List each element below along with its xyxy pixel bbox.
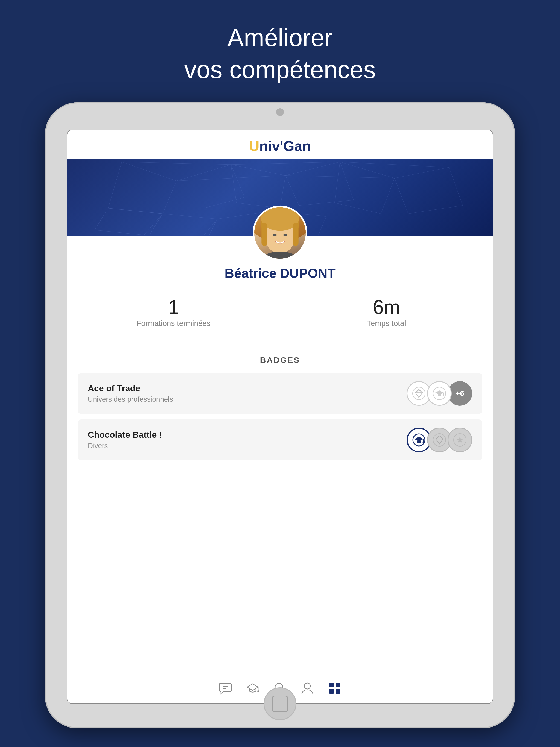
stat-formations-label: Formations terminées bbox=[67, 319, 280, 328]
badge-coin-star-grey bbox=[448, 428, 472, 452]
svg-rect-48 bbox=[329, 683, 334, 687]
svg-marker-0 bbox=[108, 162, 176, 214]
svg-line-13 bbox=[176, 176, 285, 181]
avatar-svg bbox=[254, 207, 306, 259]
tablet-shell: Univ'Gan bbox=[45, 102, 515, 728]
svg-marker-42 bbox=[247, 684, 258, 690]
stat-formations-value: 1 bbox=[67, 297, 280, 317]
badge-name-ace: Ace of Trade bbox=[88, 383, 173, 393]
svg-marker-3 bbox=[285, 162, 354, 206]
stat-time: 6m Temps total bbox=[280, 292, 493, 333]
user-avatar bbox=[253, 206, 307, 260]
tablet-home-button[interactable] bbox=[263, 687, 297, 720]
app-logo: Univ'Gan bbox=[67, 138, 493, 154]
svg-point-21 bbox=[283, 234, 287, 236]
nav-item-learning[interactable] bbox=[239, 679, 266, 698]
stat-formations: 1 Formations terminées bbox=[67, 292, 280, 333]
svg-marker-32 bbox=[414, 437, 423, 442]
nav-item-grid[interactable] bbox=[321, 679, 348, 698]
nav-item-profile[interactable] bbox=[294, 679, 321, 698]
svg-line-10 bbox=[122, 162, 231, 164]
svg-rect-51 bbox=[335, 689, 340, 694]
svg-marker-2 bbox=[231, 164, 285, 208]
badge-row-chocolate-battle[interactable]: Chocolate Battle ! Divers bbox=[78, 419, 482, 460]
svg-point-34 bbox=[423, 442, 424, 443]
svg-marker-1 bbox=[176, 164, 245, 208]
badge-category-chocolate: Divers bbox=[88, 442, 162, 450]
svg-rect-19 bbox=[293, 223, 299, 246]
stat-time-label: Temps total bbox=[280, 319, 493, 328]
svg-line-14 bbox=[285, 176, 394, 178]
badge-icons-ace: +6 bbox=[407, 381, 472, 406]
svg-marker-7 bbox=[144, 213, 217, 235]
badges-list: Ace of Trade Univers des professionnels bbox=[78, 373, 482, 460]
svg-marker-39 bbox=[456, 436, 463, 443]
svg-point-44 bbox=[257, 690, 259, 692]
nav-item-chat[interactable] bbox=[212, 679, 239, 698]
banner-section bbox=[67, 159, 493, 236]
svg-rect-29 bbox=[438, 394, 441, 396]
svg-rect-50 bbox=[329, 689, 334, 694]
svg-marker-4 bbox=[334, 162, 394, 214]
profile-content: Béatrice DUPONT 1 Formations terminées 6… bbox=[67, 236, 493, 703]
user-name: Béatrice DUPONT bbox=[225, 266, 335, 281]
svg-line-11 bbox=[231, 162, 340, 164]
tablet-screen: Univ'Gan bbox=[67, 130, 493, 704]
badges-section-title: BADGES bbox=[260, 356, 300, 365]
badge-row-ace-of-trade[interactable]: Ace of Trade Univers des professionnels bbox=[78, 373, 482, 414]
badge-coin-grad bbox=[427, 381, 452, 406]
badge-name-chocolate: Chocolate Battle ! bbox=[88, 430, 162, 440]
app-header: Univ'Gan bbox=[67, 130, 493, 159]
page-title: Améliorer vos compétences bbox=[184, 22, 376, 86]
tablet-home-button-inner bbox=[272, 696, 288, 712]
logo-u-letter: U bbox=[249, 138, 259, 154]
badge-icons-chocolate bbox=[407, 428, 472, 452]
svg-marker-6 bbox=[95, 208, 163, 236]
svg-point-20 bbox=[273, 234, 277, 236]
svg-marker-5 bbox=[394, 168, 463, 214]
divider bbox=[88, 347, 472, 347]
svg-rect-49 bbox=[335, 683, 340, 687]
stats-row: 1 Formations terminées 6m Temps total bbox=[67, 292, 493, 333]
badge-category-ace: Univers des professionnels bbox=[88, 395, 173, 404]
svg-rect-18 bbox=[261, 223, 267, 246]
stat-time-value: 6m bbox=[280, 297, 493, 317]
svg-marker-36 bbox=[436, 436, 443, 444]
svg-marker-23 bbox=[415, 389, 423, 397]
svg-point-47 bbox=[304, 683, 310, 689]
tablet-camera bbox=[276, 108, 284, 116]
svg-line-12 bbox=[340, 162, 449, 168]
